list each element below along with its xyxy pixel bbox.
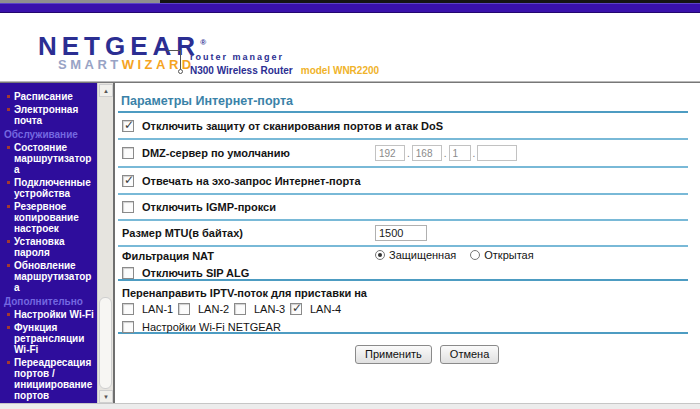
mtu-row: Размер MTU(в байтах) [118,221,688,247]
scroll-down-button[interactable]: ▼ [99,390,113,403]
sidebar-section-label: Обслуживание [0,128,97,140]
product-name: N300 Wireless Router [190,65,293,76]
page-title: Параметры Интернет-порта [118,83,688,113]
echo-row: Отвечать на эхо-запрос Интернет-порта [118,168,688,195]
sip-checkbox[interactable] [122,267,134,279]
igmp-checkbox[interactable] [122,201,134,213]
wizard-text: WIZARD [122,57,195,72]
sidebar-item[interactable]: Переадресация портов / инициирование пор… [0,357,97,401]
product-line: N300 Wireless Routermodel WNR2200 [190,65,379,76]
scroll-up-button[interactable]: ▲ [99,84,113,97]
sidebar-item[interactable]: Расписание [0,91,97,102]
sidebar-clipped-item [0,86,97,90]
content-frame: РасписаниеЭлектронная почтаОбслуживаниеС… [0,82,700,403]
iptv-heading: Перенаправить IPTV-поток для приставки н… [118,287,367,299]
echo-label: Отвечать на эхо-запрос Интернет-порта [142,175,361,187]
mtu-input[interactable] [375,225,427,241]
logo-connector-line [167,50,181,71]
lan-option-3[interactable]: LAN-3 [230,303,286,315]
radio-icon[interactable] [375,250,385,260]
iptv-lan-options: LAN-1LAN-2LAN-3LAN-4 [118,300,688,318]
dos-row: Отключить защиту от сканирования портов … [118,113,688,140]
header: NETGEAR® SMARTWIZARD router manager N300… [0,13,700,82]
mtu-field-wrap [375,225,427,241]
sidebar-nav: РасписаниеЭлектронная почтаОбслуживаниеС… [0,83,97,404]
main-panel: Параметры Интернет-порта Отключить защит… [113,83,700,404]
sidebar-section-label: Дополнительно [0,295,97,307]
lan-label: LAN-2 [198,303,229,315]
lan-option-2[interactable]: LAN-2 [174,303,230,315]
wifi-label: Настройки Wi-Fi NETGEAR [142,321,281,333]
sidebar-item[interactable]: Электронная почта [0,104,97,126]
dmz-ip-octet-4[interactable] [477,145,517,161]
sidebar-item[interactable]: Подключенные устройства [0,177,97,199]
router-manager-label: router manager [190,52,284,62]
registered-mark: ® [200,38,206,47]
router-admin-screen: NETGEAR® SMARTWIZARD router manager N300… [0,0,700,409]
checkbox-icon[interactable] [290,303,302,315]
wifi-checkbox[interactable] [122,321,134,333]
sidebar-item[interactable]: Установка пароля [0,236,97,258]
nat-options: ЗащищеннаяОткрытая [375,249,534,261]
apply-button[interactable]: Применить [355,345,432,364]
dos-label: Отключить защиту от сканирования портов … [142,120,443,132]
nat-row: Фильтрация NAT Отключить SIP ALG Защищен… [118,247,688,281]
model-number: model WNR2200 [301,65,379,76]
dmz-ip-group: ... [375,145,517,161]
sidebar-item[interactable]: Резервное копирование настроек [0,201,97,234]
sidebar-item[interactable]: Обновление маршрутизатора [0,260,97,293]
lan-label: LAN-4 [310,303,341,315]
checkbox-icon[interactable] [122,303,134,315]
dos-checkbox[interactable] [122,120,134,132]
dmz-ip-octet-1[interactable] [375,145,405,161]
sidebar-item[interactable]: Функция ретрансляции Wi-Fi [0,322,97,355]
radio-label: Открытая [484,249,533,261]
sidebar-scrollbar[interactable]: ▲ ▼ [97,83,113,404]
radio-icon[interactable] [470,250,480,260]
echo-checkbox[interactable] [122,175,134,187]
lan-label: LAN-3 [254,303,285,315]
sidebar-item[interactable]: Состояние маршрутизатора [0,142,97,175]
dmz-label: DMZ-сервер по умолчанию [142,147,290,159]
ip-dot-separator: . [473,148,476,159]
sip-label: Отключить SIP ALG [142,267,249,279]
sidebar-item[interactable]: Настройки Wi-Fi [0,309,97,320]
nat-label: Фильтрация NAT [118,250,214,262]
purple-title-bar [0,3,700,13]
window-bottom-strip [0,403,700,409]
dmz-ip-octet-2[interactable] [412,145,442,161]
mtu-label: Размер MTU(в байтах) [118,227,243,239]
logo-connector-dot [178,69,183,74]
nat-option[interactable]: Защищенная [375,249,456,261]
dmz-row: DMZ-сервер по умолчанию ... [118,140,688,168]
dmz-checkbox[interactable] [122,147,134,159]
iptv-block: Перенаправить IPTV-поток для приставки н… [118,281,688,334]
lan-option-4[interactable]: LAN-4 [286,303,342,315]
nat-option[interactable]: Открытая [470,249,533,261]
checkbox-icon[interactable] [178,303,190,315]
igmp-row: Отключить IGMP-прокси [118,195,688,221]
checkbox-icon[interactable] [234,303,246,315]
ip-dot-separator: . [407,148,410,159]
button-row: Применить Отмена [118,334,688,374]
igmp-label: Отключить IGMP-прокси [142,201,276,213]
ip-dot-separator: . [444,148,447,159]
scrollbar-thumb[interactable] [99,297,112,389]
smart-text: SMART [58,57,122,72]
lan-option-1[interactable]: LAN-1 [118,303,174,315]
radio-label: Защищенная [389,249,456,261]
dmz-ip-octet-3[interactable] [449,145,471,161]
cancel-button[interactable]: Отмена [440,345,499,364]
lan-label: LAN-1 [142,303,173,315]
